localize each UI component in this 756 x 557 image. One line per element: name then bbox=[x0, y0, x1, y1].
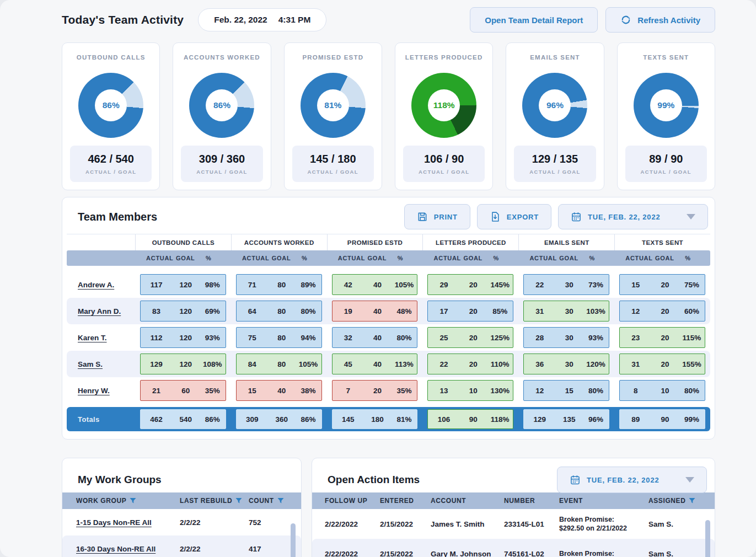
metric-cell: 46254086% bbox=[140, 409, 226, 429]
member-link[interactable]: Henry W. bbox=[78, 387, 110, 395]
filter-icon[interactable] bbox=[235, 497, 242, 504]
metric-actual: 31 bbox=[631, 360, 640, 368]
metric-actual: 71 bbox=[248, 281, 256, 289]
print-button[interactable]: PRINT bbox=[404, 204, 470, 229]
kpi-donut-chart: 86% bbox=[189, 73, 254, 138]
kpi-actual-goal-value: 129 / 135 bbox=[532, 153, 578, 165]
metric-goal: 30 bbox=[565, 334, 573, 342]
subheader-label: GOAL bbox=[463, 255, 482, 261]
work-group-last-rebuild: 2/2/22 bbox=[180, 518, 249, 527]
member-name-cell: Mary Ann D. bbox=[67, 306, 135, 316]
action-account: Gary M. Johnson bbox=[431, 550, 504, 557]
kpi-caption: ACTUAL / GOAL bbox=[85, 169, 136, 175]
metric-actual: 42 bbox=[344, 281, 352, 289]
subheader-label: ACTUAL bbox=[338, 255, 365, 261]
action-items-date-select-label: TUE, FEB. 22, 2022 bbox=[587, 476, 659, 484]
column-header-label: FOLLOW UP bbox=[325, 497, 367, 505]
metric-percent: 38% bbox=[301, 387, 316, 395]
metric-percent: 93% bbox=[588, 334, 603, 342]
totals-row: Totals46254086%30936086%14518081%1069011… bbox=[67, 407, 710, 431]
metric-goal: 180 bbox=[371, 415, 384, 424]
table-row: Mary Ann D.8312069%648080%194048%172085%… bbox=[67, 298, 710, 324]
column-header: ACCOUNT bbox=[431, 497, 504, 505]
metric-goal: 80 bbox=[277, 307, 286, 315]
metric-actual: 129 bbox=[150, 360, 163, 368]
column-header: WORK GROUP bbox=[76, 497, 180, 505]
column-header: FOLLOW UP bbox=[325, 497, 380, 505]
metric-goal: 10 bbox=[469, 387, 478, 395]
member-link[interactable]: Andrew A. bbox=[78, 281, 114, 289]
metric-cell: 154038% bbox=[236, 380, 322, 401]
member-name-cell: Henry W. bbox=[67, 385, 135, 395]
column-header: LAST REBUILD bbox=[180, 497, 249, 505]
metric-actual: 17 bbox=[440, 307, 448, 315]
table-row: Karen T.11212093%758094%324080%2520125%2… bbox=[67, 324, 710, 351]
metric-actual: 45 bbox=[344, 360, 352, 368]
filter-icon[interactable] bbox=[689, 497, 695, 504]
kpi-card: PROMISED ESTD81%145 / 180ACTUAL / GOAL bbox=[284, 42, 382, 190]
kpi-title: EMAILS SENT bbox=[530, 54, 580, 61]
column-header-label: ASSIGNED bbox=[648, 497, 685, 505]
metric-goal: 80 bbox=[277, 360, 286, 368]
metric-actual: 32 bbox=[344, 334, 352, 342]
metric-goal: 15 bbox=[565, 387, 573, 395]
member-link[interactable]: Karen T. bbox=[78, 334, 107, 342]
action-number: 233145-L01 bbox=[504, 520, 559, 528]
kpi-footer: 145 / 180ACTUAL / GOAL bbox=[292, 146, 374, 182]
metric-actual: 15 bbox=[248, 387, 256, 395]
subheader-label: GOAL bbox=[559, 255, 578, 261]
print-label: PRINT bbox=[434, 213, 458, 221]
metric-percent: 110% bbox=[491, 360, 510, 368]
action-items-date-select[interactable]: TUE, FEB. 22, 2022 bbox=[557, 467, 707, 493]
subheader-label: % bbox=[302, 255, 307, 261]
work-group-row: 1-15 Days Non-RE All2/2/22752 bbox=[62, 509, 301, 535]
subheader-group: ACTUALGOAL% bbox=[518, 255, 614, 261]
filter-icon[interactable] bbox=[130, 497, 136, 504]
action-items-rows: 2/22/20222/15/2022James T. Smith233145-L… bbox=[312, 509, 715, 557]
bottom-row: My Work Groups WORK GROUPLAST REBUILDCOU… bbox=[62, 458, 715, 557]
member-name-cell: Andrew A. bbox=[67, 280, 135, 290]
metric-goal: 20 bbox=[469, 360, 478, 368]
refresh-activity-button[interactable]: Refresh Activity bbox=[605, 7, 715, 33]
metric-goal: 120 bbox=[180, 334, 192, 342]
datetime-pill: Feb. 22, 2022 4:31 PM bbox=[198, 8, 326, 31]
member-link[interactable]: Sam S. bbox=[78, 360, 103, 368]
subheader-group: ACTUALGOAL% bbox=[327, 255, 423, 261]
metric-cell: 1310130% bbox=[427, 380, 513, 401]
kpi-donut-chart: 81% bbox=[301, 73, 366, 138]
metric-percent: 108% bbox=[203, 360, 222, 368]
metric-actual: 145 bbox=[342, 415, 355, 424]
kpi-donut-chart: 99% bbox=[634, 73, 699, 138]
work-groups-scrollbar[interactable] bbox=[291, 523, 296, 557]
metric-percent: 86% bbox=[301, 415, 316, 424]
member-link[interactable]: Mary Ann D. bbox=[78, 307, 121, 315]
table-row: Andrew A.11712098%718089%4240105%2920145… bbox=[67, 271, 710, 298]
action-account: James T. Smith bbox=[431, 520, 504, 528]
action-items-scrollbar[interactable] bbox=[705, 520, 710, 557]
metric-actual: 12 bbox=[535, 387, 544, 395]
metric-goal: 40 bbox=[373, 334, 382, 342]
metric-cell: 283093% bbox=[523, 327, 609, 348]
metric-goal: 135 bbox=[563, 415, 576, 424]
filter-icon[interactable] bbox=[277, 497, 284, 504]
top-actions: Open Team Detail Report Refresh Activity bbox=[470, 7, 715, 33]
kpi-footer: 309 / 360ACTUAL / GOAL bbox=[181, 146, 262, 182]
metric-actual: 129 bbox=[534, 415, 546, 424]
kpi-card: OUTBOUND CALLS86%462 / 540ACTUAL / GOAL bbox=[62, 42, 160, 190]
kpi-percent-label: 81% bbox=[324, 100, 341, 110]
column-header: NUMBER bbox=[504, 497, 559, 505]
action-event: Broken Promise: bbox=[559, 546, 648, 557]
metric-goal: 20 bbox=[373, 387, 382, 395]
work-group-link[interactable]: 1-15 Days Non-RE All bbox=[76, 518, 180, 527]
metric-actual: 21 bbox=[152, 387, 160, 395]
open-team-detail-report-button[interactable]: Open Team Detail Report bbox=[470, 7, 598, 33]
metric-cell: 129120108% bbox=[140, 354, 226, 374]
action-event-line1: Broken Promise: bbox=[559, 515, 648, 524]
metric-goal: 30 bbox=[565, 360, 573, 368]
team-date-select[interactable]: TUE, FEB. 22, 2022 bbox=[558, 204, 708, 229]
subheader-label: GOAL bbox=[655, 255, 674, 261]
work-group-link[interactable]: 16-30 Days Non-RE All bbox=[76, 545, 180, 553]
kpi-footer: 106 / 90ACTUAL / GOAL bbox=[403, 146, 485, 182]
metric-actual: 25 bbox=[440, 334, 448, 342]
export-button[interactable]: EXPORT bbox=[477, 204, 551, 229]
